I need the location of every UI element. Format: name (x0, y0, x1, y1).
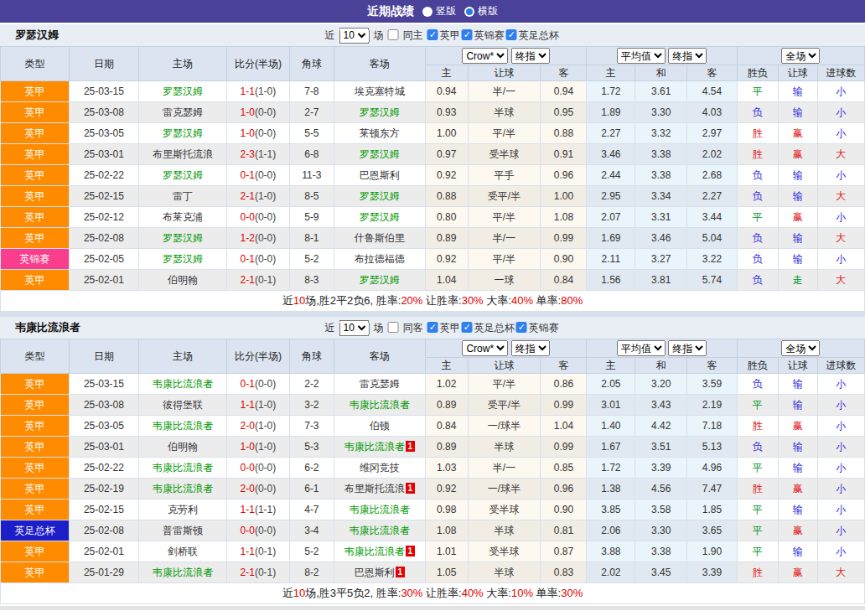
match-date-cell: 25-03-01 (69, 144, 138, 165)
average-stage-select[interactable]: 终指 (668, 48, 707, 64)
avg-home-odds: 2.02 (587, 562, 635, 583)
handicap-result-cell: 输 (778, 186, 817, 207)
avg-draw-odds: 3.31 (635, 207, 687, 228)
crow-handicap: 受半球 (468, 541, 541, 562)
score-cell: 0-1(0-0) (227, 374, 290, 395)
competition-filter[interactable]: 英甲 (427, 322, 460, 334)
match-date-cell: 25-02-08 (69, 228, 138, 249)
match-date-cell: 25-02-01 (69, 541, 138, 562)
team-label: 彼得堡联 (163, 399, 203, 411)
home-team-cell: 韦康比流浪者 (138, 479, 226, 500)
radio-horizontal-icon[interactable] (464, 7, 474, 17)
same-side-checkbox[interactable] (388, 322, 399, 333)
bottom-bar (0, 606, 865, 610)
competition-filter[interactable]: 英锦赛 (516, 322, 559, 334)
average-select[interactable]: 平均值 (617, 48, 666, 64)
corners-cell: 6-1 (289, 479, 334, 500)
avg-home-odds: 1.67 (587, 437, 635, 458)
corners-cell: 2-2 (289, 374, 334, 395)
avg-draw-odds: 3.27 (635, 249, 687, 270)
team-filter-band: 韦康比流浪者 近 10 场 同客 英甲英足总杯英锦赛 (0, 317, 865, 339)
competition-filter[interactable]: 英甲 (427, 29, 460, 41)
summary-segment: 场,胜2平2负6, 胜率: (305, 294, 401, 307)
match-type-cell: 英甲 (1, 395, 70, 416)
match-type-cell: 英甲 (1, 458, 70, 479)
competition-label: 英足总杯 (474, 322, 515, 334)
team-label: 莱顿东方 (360, 127, 400, 139)
crow-handicap: 半/一 (468, 458, 541, 479)
match-type-cell: 英甲 (1, 374, 70, 395)
score-cell: 0-1(0-0) (227, 249, 290, 270)
competition-filter[interactable]: 英足总杯 (462, 322, 515, 334)
match-row: 英甲 25-02-22 罗瑟汉姆 0-1(0-0) 11-3 巴恩斯利 0.92… (1, 165, 865, 186)
avg-home-odds: 1.69 (587, 228, 635, 249)
crow-handicap: 受半球 (468, 144, 541, 165)
same-side-filter[interactable]: 同客 (388, 321, 423, 335)
odds-stage-select[interactable]: 终指 (511, 48, 550, 64)
red-card-badge: 1 (406, 546, 415, 556)
goals-result-cell: 大 (817, 562, 864, 583)
same-side-filter[interactable]: 同主 (388, 28, 423, 43)
halftime-score: (1-0) (255, 85, 276, 97)
crow-home-odds: 0.89 (425, 228, 468, 249)
result-cell: 平 (737, 207, 778, 228)
away-team-cell: 布里斯托流浪1 (334, 479, 425, 500)
match-count-select[interactable]: 10 (339, 28, 370, 44)
team-label: 伯明翰 (168, 441, 198, 453)
competition-checkbox[interactable] (427, 29, 438, 40)
away-team-cell: 巴恩斯利1 (334, 562, 425, 583)
result-cell: 负 (737, 437, 778, 458)
fulltime-score: 0-0 (241, 211, 255, 223)
odds-stage-select[interactable]: 终指 (511, 340, 550, 356)
competition-filter[interactable]: 英足总杯 (506, 29, 559, 41)
match-count-select[interactable]: 10 (339, 320, 370, 336)
score-cell: 2-1(1-0) (227, 186, 290, 207)
odds-company-select[interactable]: Crow* (462, 48, 508, 64)
competition-checkbox[interactable] (506, 29, 517, 40)
crow-home-odds: 1.04 (425, 270, 468, 291)
result-scope-select[interactable]: 全场 (781, 340, 820, 356)
match-type-cell: 英甲 (1, 81, 70, 102)
col-date: 日期 (69, 339, 138, 374)
col-avg-away: 客 (687, 358, 738, 374)
score-cell: 1-1(1-0) (227, 81, 290, 102)
avg-draw-odds: 3.30 (635, 520, 687, 541)
radio-vertical-icon[interactable] (422, 7, 432, 17)
col-goals-result: 进球数 (817, 65, 864, 81)
corners-cell: 5-3 (289, 437, 334, 458)
avg-draw-odds: 4.56 (635, 479, 687, 500)
score-cell: 1-1(0-1) (227, 541, 290, 562)
odds-company-select[interactable]: Crow* (462, 340, 508, 356)
crow-handicap: 半/一 (468, 228, 541, 249)
average-stage-select[interactable]: 终指 (668, 340, 707, 356)
competition-checkbox[interactable] (427, 322, 438, 333)
match-row: 英甲 25-03-08 雷克瑟姆 1-0(0-0) 2-7 罗瑟汉姆 0.93 … (1, 102, 865, 123)
result-scope-select[interactable]: 全场 (781, 48, 820, 64)
same-side-label: 同客 (403, 322, 423, 334)
competition-checkbox[interactable] (462, 29, 473, 40)
home-team-cell: 韦康比流浪者 (138, 562, 226, 583)
col-avg-draw: 和 (635, 358, 687, 374)
same-side-checkbox[interactable] (388, 29, 399, 40)
avg-home-odds: 2.44 (587, 165, 635, 186)
average-select[interactable]: 平均值 (617, 340, 666, 356)
avg-away-odds: 3.22 (687, 249, 738, 270)
summary-segment: 大率: (484, 294, 511, 307)
summary-segment: 30% (462, 294, 484, 307)
team-name: 罗瑟汉姆 (0, 28, 59, 43)
match-date-cell: 25-03-15 (69, 374, 138, 395)
avg-home-odds: 2.07 (587, 207, 635, 228)
match-date-cell: 25-03-08 (69, 395, 138, 416)
competition-filter[interactable]: 英锦赛 (462, 29, 505, 41)
halftime-score: (0-0) (255, 211, 276, 223)
goals-result-cell: 小 (817, 541, 864, 562)
col-score: 比分(半场) (227, 47, 290, 81)
layout-radio-vertical[interactable]: 竖版 (422, 4, 456, 18)
match-row: 英足总杯 25-02-08 普雷斯顿 0-0(0-0) 3-4 韦康比流浪者 1… (1, 520, 865, 541)
layout-radio-horizontal[interactable]: 横版 (464, 4, 498, 18)
competition-checkbox[interactable] (516, 322, 527, 333)
result-cell: 负 (737, 102, 778, 123)
halftime-score: (1-0) (255, 399, 276, 411)
col-handicap-result: 让球 (778, 358, 817, 374)
competition-checkbox[interactable] (462, 322, 473, 333)
